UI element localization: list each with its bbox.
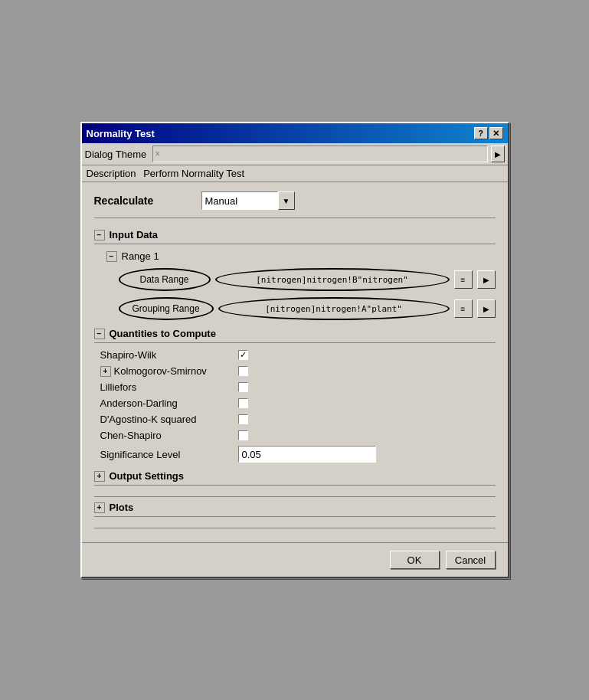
chen-shapiro-checkbox[interactable] bbox=[238, 430, 248, 440]
grouping-range-row: Grouping Range [nitrogen]nitrogen!A"plan… bbox=[119, 297, 496, 320]
recalculate-dropdown-wrapper: Manual Always ▼ bbox=[201, 191, 295, 210]
description-bar: Description Perform Normality Test bbox=[82, 165, 508, 182]
anderson-darling-row: Anderson-Darling bbox=[100, 397, 496, 409]
recalculate-label: Recalculate bbox=[94, 195, 186, 207]
kolmogorov-label: Kolmogorov-Smirnov bbox=[114, 365, 207, 377]
shapiro-wilk-label: Shapiro-Wilk bbox=[100, 349, 231, 361]
range1-label: Range 1 bbox=[122, 250, 159, 262]
plots-expand-button[interactable]: + bbox=[94, 502, 105, 513]
output-settings-section: + Output Settings bbox=[94, 470, 496, 497]
close-button[interactable]: ✕ bbox=[489, 127, 503, 139]
significance-row: Significance Level 0.05 bbox=[100, 446, 496, 463]
quantities-collapse-button[interactable]: − bbox=[94, 329, 105, 339]
kolmogorov-label-wrapper: + Kolmogorov-Smirnov bbox=[100, 365, 231, 377]
data-range-row: Data Range [nitrogen]nitrogen!B"nitrogen… bbox=[119, 268, 496, 291]
dagostino-label: D'Agostino-K squared bbox=[100, 414, 231, 425]
data-range-label-oval: Data Range bbox=[119, 268, 211, 291]
grouping-range-value: [nitrogen]nitrogen!A"plant" bbox=[265, 304, 402, 314]
grouping-range-arrow-button[interactable]: ▶ bbox=[477, 299, 496, 318]
data-range-select-button[interactable]: ≡ bbox=[454, 270, 473, 289]
quantities-section: − Quantities to Compute Shapiro-Wilk ✓ +… bbox=[94, 328, 496, 463]
input-data-header: − Input Data bbox=[94, 229, 496, 244]
grouping-range-label-oval: Grouping Range bbox=[119, 297, 214, 320]
kolmogorov-row: + Kolmogorov-Smirnov bbox=[100, 365, 496, 377]
description-label: Description bbox=[87, 168, 136, 179]
lilliefors-label: Lilliefors bbox=[100, 381, 231, 393]
lilliefors-row: Lilliefors bbox=[100, 381, 496, 393]
significance-input[interactable]: 0.05 bbox=[238, 446, 376, 463]
quantities-header: − Quantities to Compute bbox=[94, 328, 496, 343]
grouping-range-value-oval: [nitrogen]nitrogen!A"plant" bbox=[218, 297, 450, 320]
dagostino-row: D'Agostino-K squared bbox=[100, 414, 496, 425]
data-range-value-oval: [nitrogen]nitrogen!B"nitrogen" bbox=[215, 268, 450, 291]
footer: OK Cancel bbox=[82, 542, 508, 577]
significance-label: Significance Level bbox=[100, 449, 231, 460]
range1-collapse-button[interactable]: − bbox=[106, 251, 117, 262]
anderson-darling-checkbox[interactable] bbox=[238, 398, 248, 408]
chen-shapiro-row: Chen-Shapiro bbox=[100, 430, 496, 441]
recalculate-dropdown[interactable]: Manual Always bbox=[201, 191, 278, 210]
data-range-arrow-button[interactable]: ▶ bbox=[477, 270, 496, 289]
shapiro-wilk-checkbox[interactable]: ✓ bbox=[238, 350, 248, 360]
plots-header: + Plots bbox=[94, 502, 496, 517]
main-content: Recalculate Manual Always ▼ − Input Data… bbox=[82, 182, 508, 542]
chen-shapiro-label: Chen-Shapiro bbox=[100, 430, 231, 441]
ok-button[interactable]: OK bbox=[390, 551, 440, 569]
description-text: Perform Normality Test bbox=[143, 168, 244, 179]
data-range-label: Data Range bbox=[139, 274, 188, 285]
grouping-range-select-button[interactable]: ≡ bbox=[454, 299, 473, 318]
dialog-theme-input[interactable] bbox=[152, 146, 487, 162]
toolbar-arrow-button[interactable]: ▶ bbox=[491, 146, 505, 162]
dialog-window: Normality Test ? ✕ Dialog Theme ▶ Descri… bbox=[80, 122, 509, 578]
range1-subsection: − Range 1 Data Range [nitrogen]nitrogen!… bbox=[106, 250, 496, 320]
output-settings-expand-button[interactable]: + bbox=[94, 471, 105, 482]
input-data-label: Input Data bbox=[110, 229, 159, 240]
recalculate-dropdown-arrow[interactable]: ▼ bbox=[278, 191, 295, 210]
cancel-button[interactable]: Cancel bbox=[446, 551, 496, 569]
data-range-value: [nitrogen]nitrogen!B"nitrogen" bbox=[256, 275, 408, 285]
toolbar-bar: Dialog Theme ▶ bbox=[82, 143, 508, 165]
shapiro-wilk-row: Shapiro-Wilk ✓ bbox=[100, 349, 496, 361]
output-settings-header: + Output Settings bbox=[94, 470, 496, 486]
title-bar-buttons: ? ✕ bbox=[474, 127, 503, 139]
quantities-label: Quantities to Compute bbox=[110, 328, 216, 339]
recalculate-row: Recalculate Manual Always ▼ bbox=[94, 191, 496, 218]
lilliefors-checkbox[interactable] bbox=[238, 382, 248, 392]
grouping-range-label: Grouping Range bbox=[133, 303, 200, 314]
input-data-collapse-button[interactable]: − bbox=[94, 230, 105, 240]
plots-section: + Plots bbox=[94, 502, 496, 528]
anderson-darling-label: Anderson-Darling bbox=[100, 397, 231, 409]
window-title: Normality Test bbox=[87, 128, 155, 139]
output-settings-label: Output Settings bbox=[110, 470, 185, 482]
plots-label: Plots bbox=[110, 502, 134, 513]
help-button[interactable]: ? bbox=[474, 127, 488, 139]
title-bar: Normality Test ? ✕ bbox=[82, 123, 508, 143]
input-data-section: − Input Data − Range 1 Data Range [nitro… bbox=[94, 229, 496, 320]
dagostino-checkbox[interactable] bbox=[238, 414, 248, 424]
kolmogorov-checkbox[interactable] bbox=[238, 366, 248, 376]
dialog-theme-label: Dialog Theme bbox=[85, 149, 150, 160]
kolmogorov-expand-button[interactable]: + bbox=[100, 366, 111, 377]
range1-header: − Range 1 bbox=[106, 250, 496, 262]
